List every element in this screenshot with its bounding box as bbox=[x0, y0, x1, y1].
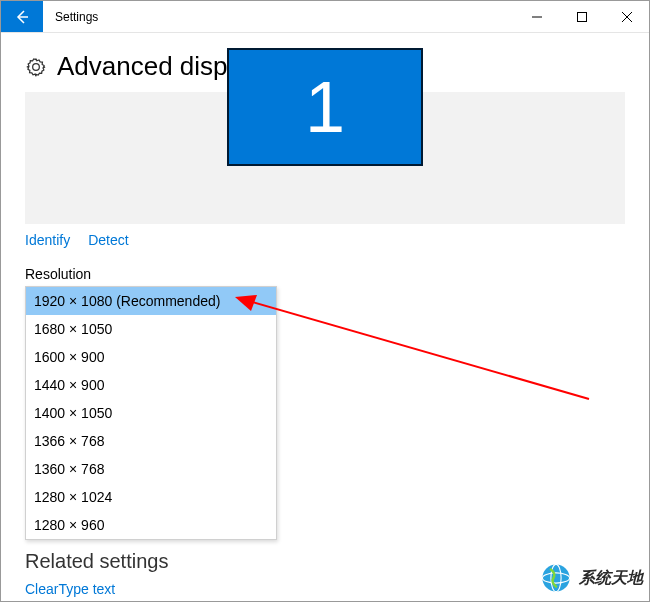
minimize-button[interactable] bbox=[514, 1, 559, 32]
dropdown-item[interactable]: 1680 × 1050 bbox=[26, 315, 276, 343]
dropdown-item[interactable]: 1440 × 900 bbox=[26, 371, 276, 399]
resolution-label: Resolution bbox=[25, 266, 625, 282]
watermark-text: 系统天地 bbox=[579, 568, 643, 589]
window-title: Settings bbox=[43, 1, 514, 32]
globe-icon bbox=[539, 561, 573, 595]
close-icon bbox=[622, 12, 632, 22]
content-area: Advanced display settings 1 Identify Det… bbox=[1, 33, 649, 540]
dropdown-item[interactable]: 1280 × 1024 bbox=[26, 483, 276, 511]
maximize-icon bbox=[577, 12, 587, 22]
dropdown-item[interactable]: 1600 × 900 bbox=[26, 343, 276, 371]
back-button[interactable] bbox=[1, 1, 43, 32]
related-settings-heading: Related settings bbox=[25, 550, 168, 573]
dropdown-item[interactable]: 1280 × 960 bbox=[26, 511, 276, 539]
monitor-preview-area: 1 bbox=[25, 92, 625, 224]
detect-link[interactable]: Detect bbox=[88, 232, 128, 248]
gear-icon bbox=[25, 56, 47, 78]
display-actions: Identify Detect bbox=[25, 232, 625, 248]
maximize-button[interactable] bbox=[559, 1, 604, 32]
close-button[interactable] bbox=[604, 1, 649, 32]
dropdown-item[interactable]: 1366 × 768 bbox=[26, 427, 276, 455]
dropdown-item[interactable]: 1920 × 1080 (Recommended) bbox=[26, 287, 276, 315]
monitor-1[interactable]: 1 bbox=[227, 48, 423, 166]
resolution-dropdown[interactable]: 1920 × 1080 (Recommended) 1680 × 1050 16… bbox=[25, 286, 277, 540]
dropdown-item[interactable]: 1360 × 768 bbox=[26, 455, 276, 483]
window-controls bbox=[514, 1, 649, 32]
minimize-icon bbox=[532, 12, 542, 22]
watermark: 系统天地 bbox=[539, 561, 643, 595]
dropdown-item[interactable]: 1400 × 1050 bbox=[26, 399, 276, 427]
identify-link[interactable]: Identify bbox=[25, 232, 70, 248]
titlebar: Settings bbox=[1, 1, 649, 33]
svg-rect-2 bbox=[577, 12, 586, 21]
cleartype-link[interactable]: ClearType text bbox=[25, 581, 115, 597]
monitor-number: 1 bbox=[305, 66, 345, 148]
back-arrow-icon bbox=[14, 9, 30, 25]
